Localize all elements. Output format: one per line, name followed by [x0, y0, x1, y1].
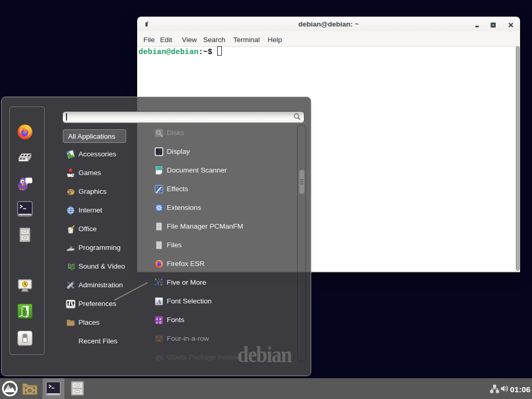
svg-text:D: D: [28, 388, 32, 393]
svg-text:A: A: [156, 297, 161, 305]
svg-text:a: a: [156, 320, 158, 324]
